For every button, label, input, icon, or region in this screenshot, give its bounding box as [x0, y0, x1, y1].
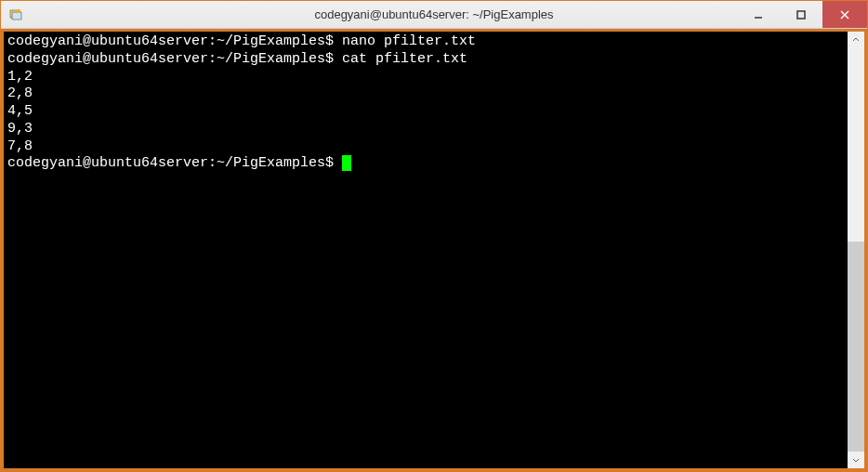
svg-rect-1 — [12, 12, 21, 20]
terminal[interactable]: codegyani@ubuntu64server:~/PigExamples$ … — [4, 32, 848, 468]
command: nano pfilter.txt — [342, 33, 476, 49]
terminal-wrapper: codegyani@ubuntu64server:~/PigExamples$ … — [1, 29, 867, 471]
output-line: 2,8 — [7, 85, 33, 101]
close-button[interactable] — [822, 1, 867, 28]
window-controls — [737, 1, 867, 28]
output-line: 7,8 — [7, 138, 33, 154]
prompt: codegyani@ubuntu64server:~/PigExamples$ — [7, 51, 334, 67]
prompt: codegyani@ubuntu64server:~/PigExamples$ — [7, 33, 334, 49]
output-line: 4,5 — [7, 103, 33, 119]
output-line: 1,2 — [7, 69, 33, 85]
window-title: codegyani@ubuntu64server: ~/PigExamples — [314, 7, 553, 21]
app-icon — [8, 7, 23, 22]
scrollbar-thumb[interactable] — [848, 242, 864, 452]
chevron-down-icon — [852, 456, 860, 464]
scroll-down-button[interactable] — [848, 452, 864, 468]
minimize-button[interactable] — [737, 1, 780, 28]
svg-rect-4 — [797, 11, 805, 19]
cursor — [342, 155, 351, 171]
chevron-up-icon — [852, 36, 860, 44]
titlebar[interactable]: codegyani@ubuntu64server: ~/PigExamples — [1, 1, 867, 29]
scroll-up-button[interactable] — [848, 32, 864, 48]
svg-point-2 — [17, 9, 20, 13]
current-prompt: codegyani@ubuntu64server:~/PigExamples$ — [7, 155, 334, 171]
minimize-icon — [754, 10, 763, 20]
maximize-icon — [796, 10, 806, 20]
close-icon — [839, 9, 850, 20]
command: cat pfilter.txt — [342, 51, 467, 67]
output-line: 9,3 — [7, 121, 33, 137]
scrollbar-track[interactable] — [848, 48, 864, 452]
maximize-button[interactable] — [780, 1, 822, 28]
scrollbar[interactable] — [848, 32, 864, 468]
terminal-window: codegyani@ubuntu64server: ~/PigExamples — [0, 0, 868, 472]
